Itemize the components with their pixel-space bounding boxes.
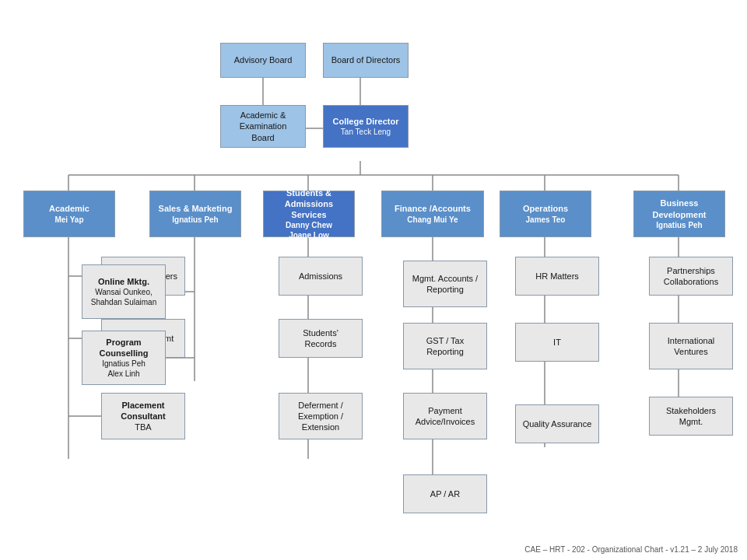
placement-consultant-label2: TBA bbox=[135, 422, 151, 432]
placement-consultant-label1: Placement Consultant bbox=[107, 400, 180, 422]
online-mktg-box: Online Mktg. Wansai Ounkeo, Shahdan Sula… bbox=[82, 264, 166, 319]
college-director-label1: College Director bbox=[333, 116, 399, 127]
advisory-board-label: Advisory Board bbox=[234, 54, 293, 65]
program-counselling-label2: Ignatius Peh Alex Linh bbox=[102, 359, 146, 379]
advisory-board-box: Advisory Board bbox=[220, 43, 306, 78]
students-admissions-label2: Danny Chew Joane Low bbox=[286, 220, 332, 240]
mgmt-accounts-label: Mgmt. Accounts / Reporting bbox=[412, 273, 478, 296]
stakeholders-mgmt-box: Stakeholders Mgmt. bbox=[649, 397, 733, 436]
college-director-box: College Director Tan Teck Leng bbox=[323, 105, 409, 148]
board-of-directors-label: Board of Directors bbox=[331, 54, 401, 65]
academic-box: Academic Mei Yap bbox=[23, 191, 115, 237]
sales-marketing-label1: Sales & Marketing bbox=[159, 203, 233, 214]
deferment-label: Deferment / Exemption / Extension bbox=[298, 400, 343, 433]
admissions-label: Admissions bbox=[299, 271, 342, 282]
admissions-box: Admissions bbox=[279, 257, 363, 296]
academic-exam-label: Academic & Examination Board bbox=[240, 110, 287, 143]
sales-marketing-label2: Ignatius Peh bbox=[172, 215, 218, 225]
operations-label1: Operations bbox=[523, 203, 568, 214]
quality-assurance-label: Quality Assurance bbox=[523, 418, 592, 429]
hr-matters-label: HR Matters bbox=[535, 271, 579, 282]
payment-advice-box: Payment Advice/Invoices bbox=[403, 393, 487, 439]
partnerships-label: Partnerships Collaborations bbox=[664, 265, 718, 288]
it-label: IT bbox=[553, 337, 561, 348]
business-dev-label1: Business Development bbox=[652, 198, 706, 220]
gst-tax-label: GST / Tax Reporting bbox=[426, 335, 465, 358]
finance-accounts-label1: Finance /Accounts bbox=[395, 203, 471, 214]
business-dev-label2: Ignatius Peh bbox=[656, 220, 702, 230]
hr-matters-box: HR Matters bbox=[515, 257, 599, 296]
finance-accounts-label2: Chang Mui Ye bbox=[407, 215, 458, 225]
deferment-box: Deferment / Exemption / Extension bbox=[279, 393, 363, 439]
stakeholders-mgmt-label: Stakeholders Mgmt. bbox=[666, 405, 716, 428]
org-chart: Advisory Board Board of Directors Academ… bbox=[0, 0, 747, 560]
ap-ar-label: AP / AR bbox=[430, 488, 460, 499]
payment-advice-label: Payment Advice/Invoices bbox=[416, 405, 475, 428]
gst-tax-box: GST / Tax Reporting bbox=[403, 323, 487, 369]
footer-text: CAE – HRT - 202 - Organizational Chart -… bbox=[524, 545, 738, 554]
board-of-directors-box: Board of Directors bbox=[323, 43, 409, 78]
placement-consultant-box: Placement Consultant TBA bbox=[101, 393, 185, 439]
it-box: IT bbox=[515, 323, 599, 362]
program-counselling-box: Program Counselling Ignatius Peh Alex Li… bbox=[82, 331, 166, 385]
online-mktg-label1: Online Mktg. bbox=[98, 276, 149, 287]
finance-accounts-box: Finance /Accounts Chang Mui Ye bbox=[381, 191, 484, 237]
mgmt-accounts-box: Mgmt. Accounts / Reporting bbox=[403, 261, 487, 307]
business-dev-box: Business Development Ignatius Peh bbox=[633, 191, 725, 237]
students-admissions-box: Students & Admissions Services Danny Che… bbox=[263, 191, 355, 237]
students-records-box: Students' Records bbox=[279, 319, 363, 358]
students-admissions-label1: Students & Admissions Services bbox=[268, 187, 349, 221]
online-mktg-label2: Wansai Ounkeo, Shahdan Sulaiman bbox=[91, 287, 157, 307]
academic-label1: Academic bbox=[49, 203, 89, 214]
quality-assurance-box: Quality Assurance bbox=[515, 404, 599, 443]
college-director-label2: Tan Teck Leng bbox=[341, 127, 391, 137]
partnerships-box: Partnerships Collaborations bbox=[649, 257, 733, 296]
international-ventures-box: International Ventures bbox=[649, 323, 733, 369]
operations-box: Operations James Teo bbox=[500, 191, 591, 237]
sales-marketing-box: Sales & Marketing Ignatius Peh bbox=[149, 191, 241, 237]
program-counselling-label1: Program Counselling bbox=[100, 337, 149, 359]
students-records-label: Students' Records bbox=[303, 327, 338, 350]
international-ventures-label: International Ventures bbox=[668, 335, 715, 358]
operations-label2: James Teo bbox=[526, 215, 566, 225]
academic-label2: Mei Yap bbox=[54, 215, 83, 225]
academic-exam-board-box: Academic & Examination Board bbox=[220, 105, 306, 148]
ap-ar-box: AP / AR bbox=[403, 474, 487, 513]
